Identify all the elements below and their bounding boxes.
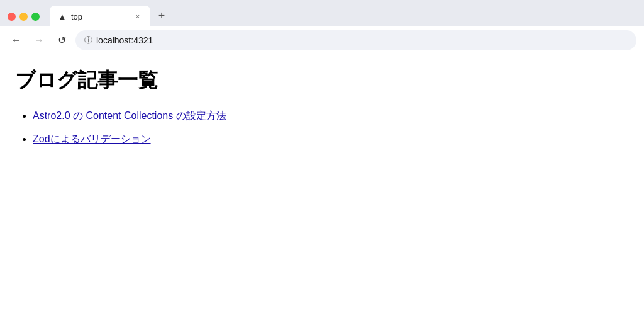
browser-chrome: ▲ top × + ← → ↺ ⓘ localhost:4321 xyxy=(0,0,644,54)
blog-link-1[interactable]: Astro2.0 の Content Collections の設定方法 xyxy=(33,110,226,121)
active-tab[interactable]: ▲ top × xyxy=(50,6,150,27)
reload-icon: ↺ xyxy=(58,34,66,46)
list-item: Zodによるバリデーション xyxy=(33,130,629,149)
close-window-button[interactable] xyxy=(8,13,16,21)
address-text: localhost:4321 xyxy=(96,35,153,45)
forward-button[interactable]: → xyxy=(30,31,48,49)
list-item: Astro2.0 の Content Collections の設定方法 xyxy=(33,107,629,125)
page-heading: ブログ記事一覧 xyxy=(15,67,629,94)
back-button[interactable]: ← xyxy=(8,31,25,49)
tab-title: top xyxy=(71,12,129,21)
page-content: ブログ記事一覧 Astro2.0 の Content Collections の… xyxy=(0,54,644,330)
forward-icon: → xyxy=(34,35,44,46)
address-security-icon: ⓘ xyxy=(84,35,92,46)
blog-link-2[interactable]: Zodによるバリデーション xyxy=(33,134,151,144)
tab-favicon-icon: ▲ xyxy=(57,11,67,21)
reload-button[interactable]: ↺ xyxy=(53,31,70,49)
nav-bar: ← → ↺ ⓘ localhost:4321 xyxy=(0,26,644,54)
back-icon: ← xyxy=(11,35,21,46)
blog-list: Astro2.0 の Content Collections の設定方法 Zod… xyxy=(15,107,629,149)
maximize-window-button[interactable] xyxy=(31,13,40,21)
title-bar: ▲ top × + xyxy=(0,0,644,26)
minimize-window-button[interactable] xyxy=(19,13,28,21)
new-tab-button[interactable]: + xyxy=(153,7,170,25)
window-controls xyxy=(8,13,40,21)
address-bar[interactable]: ⓘ localhost:4321 xyxy=(75,30,636,50)
tab-close-button[interactable]: × xyxy=(133,11,143,21)
tab-bar: ▲ top × + xyxy=(50,6,636,27)
